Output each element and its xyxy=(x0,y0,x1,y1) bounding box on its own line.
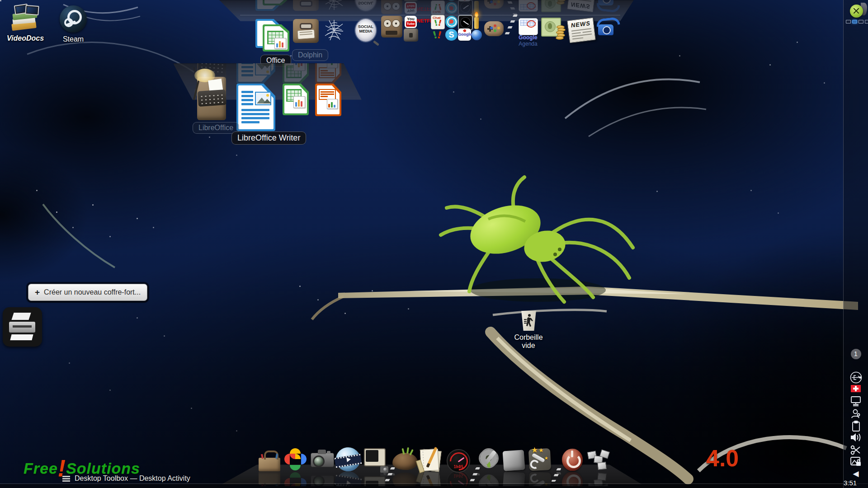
tooltip-libreoffice: LibreOffice xyxy=(193,122,239,134)
desktop-toolbox-label: Desktop Toolbox — Desktop Activity xyxy=(75,474,190,483)
exclamation-chat-icon[interactable]: ! ! xyxy=(432,28,443,42)
notification-badge[interactable]: 1 xyxy=(844,349,868,359)
desktop-2-active[interactable] xyxy=(852,20,857,23)
wooden-box-icon[interactable] xyxy=(404,28,418,42)
user-status-icon[interactable] xyxy=(844,408,868,419)
settings-gear-icon[interactable] xyxy=(479,449,500,471)
bottom-edge-strip xyxy=(0,484,868,488)
libreoffice-calc-mini-icon xyxy=(263,24,289,52)
office-group-icon[interactable] xyxy=(255,19,289,52)
tape-recorder-icon[interactable] xyxy=(381,16,402,38)
periscope-icon[interactable] xyxy=(445,16,458,28)
videodocs-label: VideoDocs xyxy=(6,34,44,42)
social-media-icon[interactable]: SOCIALMEDIA xyxy=(355,19,376,42)
toolbox-icon[interactable] xyxy=(258,450,281,471)
lock xyxy=(409,33,413,38)
desktop-1[interactable] xyxy=(846,20,851,23)
google-photos-icon[interactable] xyxy=(283,447,307,471)
netflix-icon[interactable]: NETFLIX xyxy=(417,18,432,26)
calendar-label: Google Agenda xyxy=(510,34,546,47)
steam-label: Steam xyxy=(57,35,90,43)
reel-right xyxy=(392,19,400,28)
tooltip-libreoffice-writer: LibreOffice Writer xyxy=(231,131,306,145)
reel-left xyxy=(383,19,392,28)
version-text: 4.0 xyxy=(706,445,739,472)
trash-icon[interactable]: Corbeille vide xyxy=(513,311,544,351)
desktop-screen: SOCIALMEDIA You Tube NETFLIX Chat ! ! ! … xyxy=(0,0,868,488)
flame xyxy=(475,12,478,17)
vintage-camera-icon[interactable] xyxy=(311,447,333,471)
volume-icon[interactable] xyxy=(844,432,868,442)
steam-logo xyxy=(60,5,87,33)
spider-web-icon[interactable] xyxy=(325,19,344,41)
libreoffice-typewriter-icon[interactable] xyxy=(193,64,231,127)
openshot-video-icon[interactable] xyxy=(336,447,360,471)
tweak-tool-icon[interactable]: ★ ★ ★ xyxy=(528,448,551,471)
clipboard-icon[interactable] xyxy=(844,421,868,432)
speedometer-icon[interactable]: 1h05 xyxy=(447,449,470,473)
clock-widget-icon[interactable] xyxy=(458,15,473,30)
wallpaper-art xyxy=(0,0,868,488)
libreoffice-writer-icon[interactable] xyxy=(236,84,275,131)
desktop-3[interactable] xyxy=(859,20,863,23)
news-icon[interactable]: NEWS xyxy=(567,18,596,43)
swiss-layout-icon[interactable] xyxy=(844,385,868,392)
candle-icon[interactable] xyxy=(472,12,481,30)
tooltip-dolphin: Dolphin xyxy=(292,49,328,61)
usb-device-icon[interactable] xyxy=(844,371,868,384)
blue-sphere-icon[interactable] xyxy=(472,30,482,40)
power-button-icon[interactable] xyxy=(562,449,583,471)
desktop-icon-videodocs[interactable]: VideoDocs xyxy=(10,5,41,44)
sketch-notebook-icon[interactable] xyxy=(420,448,441,471)
trash-basket xyxy=(520,311,537,331)
speedometer-label: 1h05 xyxy=(448,465,469,469)
wallpaper-bubbles xyxy=(0,0,1,1)
create-vault-button[interactable]: + Créer un nouveau coffre-fort... xyxy=(28,284,147,301)
printer-icon[interactable] xyxy=(3,307,42,347)
wallpaper-spider xyxy=(441,177,633,302)
potato-creature-icon[interactable] xyxy=(392,448,418,471)
telephone-icon[interactable] xyxy=(594,17,617,38)
game-controller-icon[interactable] xyxy=(484,21,504,36)
drawer-label-plate xyxy=(297,29,315,40)
hide-panel-arrow[interactable]: ◀ xyxy=(844,469,868,478)
tv-camcorder-icon[interactable] xyxy=(364,447,387,471)
desktop-toolbox-bar[interactable]: Desktop Toolbox — Desktop Activity xyxy=(62,474,190,483)
google-calendar-icon[interactable] xyxy=(519,18,538,35)
trash-label: Corbeille vide xyxy=(513,333,544,350)
network-monitor-icon[interactable] xyxy=(844,396,868,407)
drawer-handle xyxy=(300,23,312,29)
right-panel: 1 xyxy=(843,0,868,488)
dolphin-icon[interactable] xyxy=(293,19,319,43)
panel-clock[interactable]: 3:51 PM xyxy=(844,479,868,488)
scissors-icon[interactable] xyxy=(844,445,868,455)
libreoffice-calc-icon[interactable] xyxy=(283,84,309,115)
screen-2 xyxy=(25,5,39,15)
building-blocks-icon[interactable] xyxy=(588,450,610,471)
chat-vocall-icon[interactable]: Chat ! ! xyxy=(431,15,445,29)
grey-screen-icon[interactable] xyxy=(503,450,525,471)
desktop-4[interactable] xyxy=(865,20,868,23)
activities-button[interactable] xyxy=(850,5,863,18)
screenshot-lock-icon[interactable] xyxy=(844,456,868,467)
create-vault-label: Créer un nouveau coffre-fort... xyxy=(44,288,141,296)
youtube-icon[interactable]: You Tube xyxy=(405,16,417,28)
recorder-mouth xyxy=(386,31,397,35)
desktop-icon-steam[interactable]: Steam xyxy=(60,5,87,44)
hamburger-icon xyxy=(62,476,70,482)
skype-icon[interactable]: S xyxy=(445,29,458,41)
google-maps-icon[interactable]: Google xyxy=(458,28,471,41)
plus-icon: + xyxy=(35,287,40,297)
libreoffice-impress-icon[interactable] xyxy=(315,84,341,116)
virtual-desktop-pager[interactable] xyxy=(846,20,868,23)
